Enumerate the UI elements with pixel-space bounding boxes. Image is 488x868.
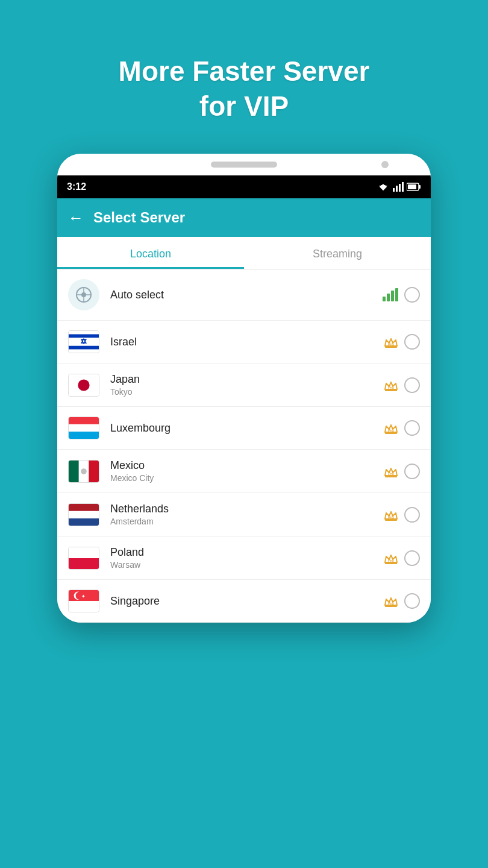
header-title: Select Server: [93, 209, 185, 226]
server-right-mexico: Pro: [384, 464, 420, 479]
crown-icon-mexico: Pro: [384, 465, 398, 478]
server-name-poland: Poland: [110, 546, 384, 559]
server-item-netherlands[interactable]: Netherlands Amsterdam Pro: [57, 493, 431, 536]
bar2: [387, 294, 390, 301]
bar3: [391, 291, 394, 301]
server-right-poland: Pro: [384, 550, 420, 566]
tab-streaming[interactable]: Streaming: [244, 237, 431, 269]
svg-rect-17: [69, 346, 99, 350]
pro-badge-netherlands: Pro: [384, 508, 398, 521]
svg-rect-32: [69, 460, 79, 482]
server-item-mexico[interactable]: Mexico Mexico City Pro: [57, 450, 431, 493]
phone-notch: [57, 154, 431, 175]
svg-rect-28: [69, 432, 99, 439]
server-info-singapore: Singapore: [110, 595, 384, 608]
pro-badge-singapore: Pro: [384, 594, 398, 608]
svg-rect-39: [69, 518, 99, 526]
svg-point-23: [78, 379, 89, 391]
server-item-poland[interactable]: Poland Warsaw Pro: [57, 536, 431, 580]
svg-rect-27: [69, 424, 99, 432]
svg-rect-29: [385, 432, 397, 434]
svg-rect-26: [69, 417, 99, 424]
server-city-mexico: Mexico City: [110, 473, 384, 483]
svg-text:Pro: Pro: [388, 472, 394, 476]
server-info-mexico: Mexico Mexico City: [110, 459, 384, 483]
flag-netherlands: [68, 503, 99, 526]
server-right-singapore: Pro: [384, 593, 420, 609]
server-list: Auto select: [57, 269, 431, 623]
svg-marker-3: [380, 187, 387, 190]
server-info-japan: Japan Tokyo: [110, 373, 384, 397]
server-city-japan: Tokyo: [110, 387, 384, 397]
svg-rect-5: [396, 186, 398, 192]
crown-icon-poland: Pro: [384, 552, 398, 565]
flag-japan: [68, 374, 99, 397]
promo-section: More Faster Serverfor VIP: [119, 0, 370, 154]
svg-rect-47: [69, 601, 99, 612]
radio-singapore[interactable]: [404, 593, 420, 609]
flag-singapore: ✦: [68, 590, 99, 612]
status-bar: 3:12: [57, 175, 431, 198]
server-item-israel[interactable]: Israel Pro: [57, 321, 431, 363]
radio-japan[interactable]: [404, 377, 420, 393]
pro-badge-luxembourg: Pro: [384, 421, 398, 435]
svg-rect-40: [385, 519, 397, 521]
radio-mexico[interactable]: [404, 464, 420, 479]
status-time: 3:12: [67, 181, 86, 192]
svg-rect-4: [393, 188, 395, 192]
crown-icon-singapore: Pro: [384, 594, 398, 608]
svg-rect-42: [69, 547, 99, 558]
signal-icon: [393, 182, 404, 192]
server-info-netherlands: Netherlands Amsterdam: [110, 503, 384, 526]
server-item-singapore[interactable]: ✦ Singapore Pro: [57, 580, 431, 623]
svg-rect-10: [408, 184, 416, 189]
server-item-auto[interactable]: Auto select: [57, 269, 431, 321]
radio-israel[interactable]: [404, 334, 420, 350]
radio-netherlands[interactable]: [404, 507, 420, 523]
promo-text: More Faster Serverfor VIP: [119, 54, 370, 124]
server-name-luxembourg: Luxembourg: [110, 422, 384, 435]
svg-text:Pro: Pro: [388, 602, 394, 605]
bar1: [383, 297, 386, 301]
svg-text:Pro: Pro: [388, 515, 394, 519]
svg-text:Pro: Pro: [388, 386, 394, 389]
pro-badge-poland: Pro: [384, 552, 398, 565]
flag-mexico: [68, 460, 99, 483]
bar4: [395, 288, 398, 301]
svg-text:Pro: Pro: [388, 559, 394, 562]
flag-israel: [68, 330, 99, 353]
svg-rect-51: [385, 605, 397, 607]
svg-rect-33: [89, 460, 99, 482]
server-info-auto: Auto select: [110, 289, 383, 301]
tabs-bar: Location Streaming: [57, 237, 431, 269]
svg-text:Pro: Pro: [388, 429, 394, 432]
svg-rect-16: [69, 335, 99, 338]
svg-rect-35: [385, 476, 397, 477]
server-right-luxembourg: Pro: [384, 420, 420, 436]
flag-poland: [68, 547, 99, 570]
server-right-netherlands: Pro: [384, 507, 420, 523]
svg-rect-38: [69, 511, 99, 518]
svg-rect-15: [69, 331, 99, 353]
phone-speaker: [211, 162, 277, 168]
svg-point-34: [81, 468, 87, 474]
pro-badge-israel: Pro: [384, 335, 398, 348]
server-item-japan[interactable]: Japan Tokyo Pro: [57, 363, 431, 407]
server-city-poland: Warsaw: [110, 560, 384, 570]
server-name-singapore: Singapore: [110, 595, 384, 608]
app-header: ← Select Server: [57, 198, 431, 237]
server-name-israel: Israel: [110, 336, 384, 348]
pro-badge-japan: Pro: [384, 379, 398, 392]
radio-poland[interactable]: [404, 550, 420, 566]
tab-location[interactable]: Location: [57, 237, 244, 269]
server-name-auto: Auto select: [110, 289, 383, 301]
radio-auto[interactable]: [404, 287, 420, 303]
server-item-luxembourg[interactable]: Luxembourg Pro: [57, 407, 431, 450]
svg-rect-9: [419, 185, 421, 189]
radio-luxembourg[interactable]: [404, 420, 420, 436]
server-name-japan: Japan: [110, 373, 384, 386]
back-button[interactable]: ←: [68, 209, 84, 227]
svg-rect-37: [69, 503, 99, 511]
signal-bars: [383, 288, 398, 301]
status-icons: [377, 182, 421, 192]
